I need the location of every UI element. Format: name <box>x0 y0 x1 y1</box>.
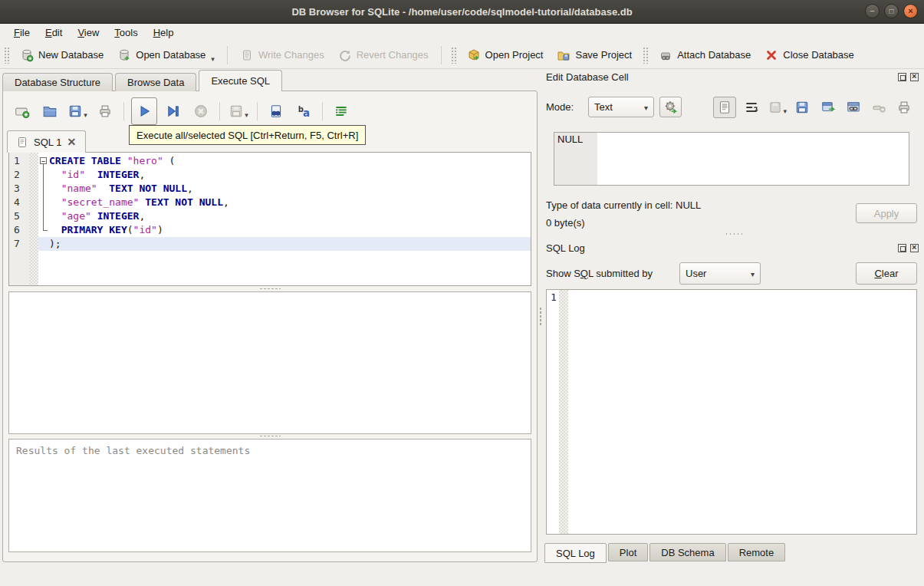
find-icon <box>268 104 284 119</box>
replace-button[interactable]: ba <box>292 99 315 123</box>
tab-execute-sql[interactable]: Execute SQL <box>199 70 282 91</box>
line-number: 7 <box>9 237 29 251</box>
set-null-icon <box>871 100 886 115</box>
sql-code-editor[interactable]: 1CREATE TABLE "hero" (2 "id" INTEGER,3 "… <box>8 152 531 286</box>
results-panel[interactable]: Results of the last executed statements <box>8 439 531 552</box>
import-cell-button[interactable] <box>767 97 787 118</box>
menu-edit[interactable]: Edit <box>38 25 70 40</box>
toolbar-grip[interactable] <box>4 47 9 64</box>
print-cell-button[interactable] <box>894 97 914 118</box>
save-sql-file-button[interactable] <box>66 99 89 123</box>
export-window-icon <box>820 100 836 115</box>
apply-button[interactable]: Apply <box>856 203 917 223</box>
copy-link-button[interactable] <box>843 97 863 118</box>
code-line[interactable]: 4 "secret_name" TEXT NOT NULL, <box>9 196 531 209</box>
edit-cell-title: Edit Database Cell <box>546 71 629 83</box>
find-button[interactable] <box>265 99 288 123</box>
clear-log-button[interactable]: Clear <box>856 262 917 285</box>
save-project-icon <box>557 48 571 62</box>
tab-remote[interactable]: Remote <box>728 543 786 561</box>
menu-file[interactable]: File <box>6 25 38 40</box>
minimize-button[interactable] <box>865 4 880 18</box>
code-line[interactable]: 3 "name" TEXT NOT NULL, <box>9 182 531 196</box>
text-mode-button[interactable] <box>713 97 736 118</box>
execute-all-button[interactable] <box>131 97 157 125</box>
title-bar[interactable]: DB Browser for SQLite - /home/user/code/… <box>0 0 924 24</box>
close-database-button[interactable]: Close Database <box>758 45 861 65</box>
open-database-button[interactable]: Open Database <box>110 45 222 65</box>
export-cell-button[interactable] <box>792 97 812 118</box>
tab-database-structure[interactable]: Database Structure <box>2 73 113 91</box>
vertical-splitter[interactable] <box>539 307 542 327</box>
tab-plot[interactable]: Plot <box>608 543 648 561</box>
word-wrap-icon <box>744 100 759 115</box>
line-number: 3 <box>9 182 29 196</box>
close-database-icon <box>765 48 778 62</box>
mode-combobox[interactable]: Text <box>588 97 654 117</box>
format-sql-button[interactable] <box>330 99 353 123</box>
save-project-button[interactable]: Save Project <box>550 45 639 65</box>
code-line[interactable]: 2 "id" INTEGER, <box>9 168 531 182</box>
code-line[interactable]: 7); <box>9 237 531 251</box>
stop-execution-button[interactable] <box>189 99 212 123</box>
close-button[interactable] <box>903 4 918 18</box>
close-dock-icon[interactable] <box>910 244 919 252</box>
code-line[interactable]: 6 PRIMARY KEY("id") <box>9 223 531 237</box>
dock-tab-bar: SQL Log Plot DB Schema Remote <box>544 543 787 564</box>
menu-view[interactable]: View <box>70 25 107 40</box>
query-output-panel[interactable] <box>8 291 531 434</box>
sql-document-tab[interactable]: SQL 1 <box>7 130 86 153</box>
open-file-icon <box>42 104 58 119</box>
code-line[interactable]: 1CREATE TABLE "hero" ( <box>9 154 531 168</box>
cell-value-gutter: NULL <box>554 133 597 185</box>
attach-database-button[interactable]: Attach Database <box>652 45 758 65</box>
tab-browse-data[interactable]: Browse Data <box>115 73 196 91</box>
open-external-button[interactable] <box>818 97 838 118</box>
window-controls <box>865 4 918 18</box>
float-dock-icon[interactable] <box>898 73 906 81</box>
close-tab-icon[interactable] <box>67 136 76 148</box>
word-wrap-button[interactable] <box>742 97 761 118</box>
print-sql-button[interactable] <box>94 99 117 123</box>
open-project-button[interactable]: Open Project <box>460 45 551 65</box>
revert-changes-button[interactable]: Revert Changes <box>331 45 436 65</box>
dock-splitter[interactable] <box>725 232 745 235</box>
fold-marker <box>38 182 49 196</box>
attach-database-icon <box>659 48 672 62</box>
toolbar-grip[interactable] <box>451 47 456 64</box>
float-dock-icon[interactable] <box>898 244 906 252</box>
maximize-button[interactable] <box>884 4 899 18</box>
log-filter-combobox[interactable]: User <box>679 262 761 285</box>
import-disabled-icon <box>768 100 783 115</box>
window-title: DB Browser for SQLite - /home/user/code/… <box>291 6 632 18</box>
new-database-button[interactable]: New Database <box>13 45 110 65</box>
toolbar-separator <box>219 102 220 120</box>
fold-marker <box>38 223 49 237</box>
save-as-icon <box>794 100 810 115</box>
fold-marker[interactable] <box>38 154 49 168</box>
print-icon <box>896 100 912 115</box>
sql-log-view[interactable]: 1 <box>546 289 917 535</box>
new-sql-tab-button[interactable] <box>11 99 34 123</box>
set-null-button[interactable] <box>869 97 889 118</box>
menu-help[interactable]: Help <box>146 25 182 40</box>
close-dock-icon[interactable] <box>910 73 919 81</box>
results-splitter[interactable] <box>8 434 531 438</box>
cell-size-info: 0 byte(s) <box>546 217 585 229</box>
tab-sql-log[interactable]: SQL Log <box>544 543 607 563</box>
toolbar-grip[interactable] <box>643 47 648 64</box>
import-data-button[interactable] <box>659 97 682 117</box>
code-line[interactable]: 5 "age" INTEGER, <box>9 209 531 223</box>
menu-tools[interactable]: Tools <box>107 25 145 40</box>
execute-line-button[interactable] <box>162 99 185 123</box>
tab-db-schema[interactable]: DB Schema <box>649 543 725 561</box>
write-changes-button[interactable]: Write Changes <box>233 45 331 65</box>
sql-code-lines: 1CREATE TABLE "hero" (2 "id" INTEGER,3 "… <box>9 154 531 251</box>
editor-splitter[interactable] <box>8 287 531 291</box>
cell-editor-toolbar <box>713 96 914 119</box>
save-results-button[interactable] <box>227 99 250 123</box>
line-number: 4 <box>9 196 29 209</box>
open-sql-file-button[interactable] <box>38 99 61 123</box>
fold-marker <box>38 209 49 223</box>
cell-editor[interactable]: NULL <box>554 132 909 186</box>
